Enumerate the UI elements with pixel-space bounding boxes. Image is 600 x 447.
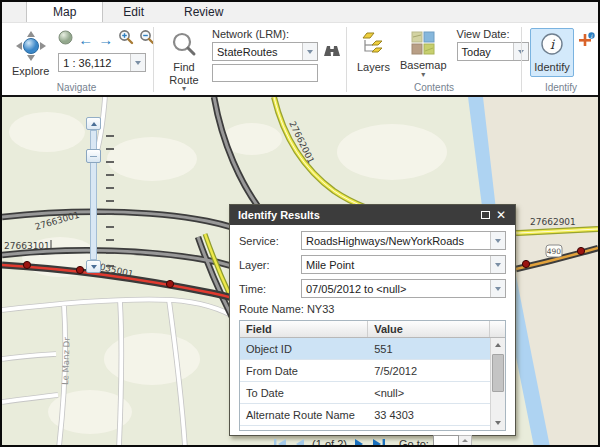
zoom-scale-ruler (106, 135, 114, 267)
zoom-slider[interactable] (86, 117, 101, 273)
spinner-up-icon[interactable] (459, 436, 471, 444)
basemap-caret-icon: ▾ (421, 72, 425, 78)
network-dropdown-arrow[interactable] (302, 43, 317, 60)
close-button[interactable]: ✕ (493, 205, 509, 225)
group-separator (153, 27, 154, 92)
zoom-in-icon[interactable] (118, 29, 134, 49)
route-name-value: NY33 (307, 303, 335, 315)
route-label-w: 27663101 (4, 241, 50, 251)
find-route-caret-icon: ▾ (182, 86, 186, 92)
service-label: Service: (239, 235, 301, 247)
ribbon: Map Edit Review (2, 2, 598, 95)
pagination-bar: (1 of 2) Go to: (239, 431, 506, 445)
basemap-button[interactable]: Basemap ▾ (395, 28, 451, 81)
header-spacer (490, 321, 505, 337)
layers-button[interactable]: Layers (352, 28, 395, 77)
zoom-slider-up-button[interactable] (86, 117, 101, 130)
zoom-slider-thumb[interactable] (86, 149, 101, 163)
dialog-titlebar[interactable]: Identify Results ✕ (230, 205, 515, 225)
group-find: Find Route ▾ Network (LRM): StateRoutes (156, 25, 344, 94)
table-row[interactable]: Alternate Route Name 33 4303 (240, 404, 490, 426)
group-separator (521, 27, 522, 92)
time-label: Time: (239, 283, 301, 295)
view-date-label: View Date: (457, 28, 529, 40)
table-scrollbar[interactable] (490, 338, 505, 430)
scrollbar-up-arrow-icon[interactable] (491, 338, 505, 352)
layer-label: Layer: (239, 259, 301, 271)
explore-pan-icon (16, 31, 46, 63)
layer-combobox[interactable]: Mile Point (301, 255, 506, 274)
table-row[interactable]: From Date 7/5/2012 (240, 360, 490, 382)
ribbon-body: Explore ← → (2, 23, 598, 94)
service-dropdown-arrow[interactable] (490, 232, 505, 249)
page-indicator: (1 of 2) (312, 438, 347, 445)
table-rows: Object ID 551 From Date 7/5/2012 To Date… (240, 338, 490, 430)
table-header: Field Value (240, 321, 505, 338)
group-label-navigate: Navigate (2, 82, 151, 94)
group-contents: Layers B (349, 25, 519, 94)
spinner-down-icon[interactable] (459, 444, 471, 445)
attributes-table: Field Value Object ID 551 From Date (239, 320, 506, 431)
goto-spinner[interactable] (459, 435, 472, 445)
next-extent-icon[interactable]: → (98, 32, 113, 47)
table-row[interactable]: Object ID 551 (240, 338, 490, 360)
scrollbar-down-arrow-icon[interactable] (491, 416, 505, 430)
identify-route-location-icon[interactable]: i (578, 32, 595, 51)
time-combobox[interactable]: 07/05/2012 to <null> (301, 279, 506, 298)
identify-icon: i (539, 31, 565, 59)
scrollbar-thumb[interactable] (492, 354, 504, 392)
application-window: Map Edit Review (0, 0, 600, 447)
scale-combobox[interactable]: 1 : 36,112 (58, 53, 146, 72)
scale-dropdown-arrow[interactable] (130, 54, 145, 71)
next-page-button[interactable] (354, 438, 365, 445)
route-search-input[interactable] (212, 64, 318, 82)
last-page-button[interactable] (372, 438, 386, 445)
identify-button[interactable]: i Identify (530, 28, 574, 77)
tab-strip: Map Edit Review (2, 2, 598, 23)
previous-page-button[interactable] (294, 438, 305, 445)
time-dropdown-arrow[interactable] (490, 280, 505, 297)
explore-button[interactable]: Explore (7, 28, 54, 81)
tab-review[interactable]: Review (164, 2, 243, 22)
field-column-header: Field (240, 321, 368, 337)
layers-icon (361, 31, 387, 59)
route-label-ne: 27662901 (530, 217, 576, 227)
basemap-icon (411, 31, 435, 57)
value-column-header: Value (368, 321, 490, 337)
maximize-button[interactable] (477, 205, 493, 225)
view-date-combobox[interactable]: Today (457, 42, 529, 61)
group-identify: i Identify i Identify (524, 25, 598, 94)
first-page-button[interactable] (273, 438, 287, 445)
group-label-contents: Contents (349, 82, 519, 94)
find-route-magnifier-icon (171, 31, 197, 59)
maximize-icon (481, 211, 490, 219)
previous-extent-icon[interactable]: ← (78, 32, 93, 47)
network-combobox[interactable]: StateRoutes (212, 42, 318, 61)
group-separator (346, 27, 347, 92)
full-extent-globe-icon[interactable] (58, 30, 73, 49)
street-label: Le Manz Dr (60, 337, 72, 385)
group-label-identify: Identify (524, 82, 598, 94)
goto-page-input[interactable] (433, 435, 459, 445)
route-name-row: Route Name: NY33 (239, 303, 506, 315)
route-name-label: Route Name: (239, 303, 304, 315)
network-lrm-label: Network (LRM): (212, 28, 341, 40)
layer-dropdown-arrow[interactable] (490, 256, 505, 273)
zoom-slider-down-button[interactable] (86, 260, 101, 273)
tab-map[interactable]: Map (26, 1, 103, 22)
find-route-button[interactable]: Find Route ▾ (160, 28, 208, 95)
goto-label: Go to: (399, 438, 429, 445)
table-row[interactable]: To Date <null> (240, 382, 490, 404)
tab-edit[interactable]: Edit (103, 2, 164, 22)
identify-results-dialog: Identify Results ✕ Service: RoadsHighway… (229, 204, 516, 436)
service-combobox[interactable]: RoadsHighways/NewYorkRoads (301, 231, 506, 250)
map-view[interactable]: 490 27663001 27663101 27035001 27662901 … (2, 95, 598, 445)
binoculars-icon[interactable] (323, 43, 341, 61)
dialog-body: Service: RoadsHighways/NewYorkRoads Laye… (230, 225, 515, 445)
dialog-title: Identify Results (238, 209, 477, 221)
shield-label: 490 (547, 247, 562, 256)
group-navigate: Explore ← → (2, 25, 151, 94)
